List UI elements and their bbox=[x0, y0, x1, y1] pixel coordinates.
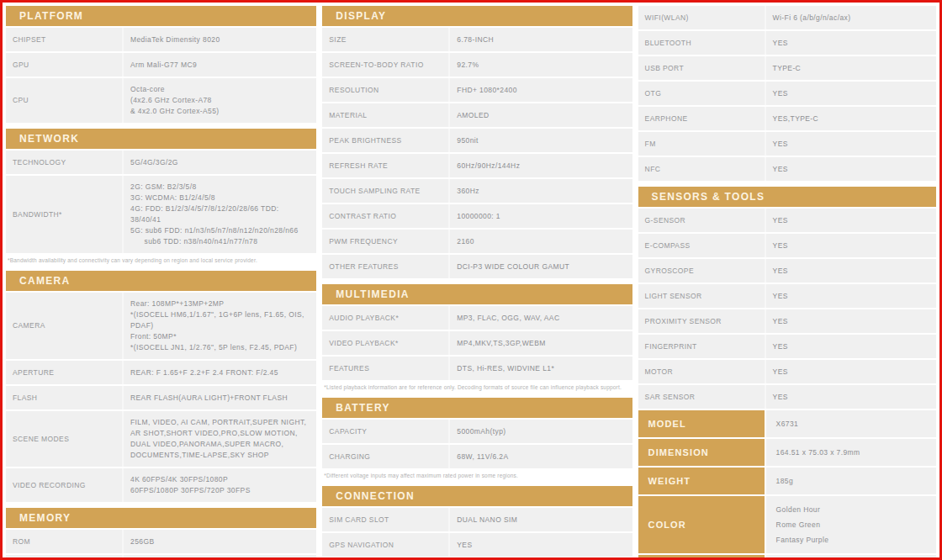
spec-row-dimension: DIMENSION164.51 x 75.03 x 7.9mm bbox=[638, 439, 936, 466]
spec-value-material: AMOLED bbox=[450, 103, 632, 127]
spec-label-gpu: GPU bbox=[6, 53, 124, 77]
spec-label-bandwidth: BANDWIDTH* bbox=[6, 176, 124, 253]
spec-value-gps-navigation: YES bbox=[450, 533, 632, 557]
spec-sheet: PLATFORMCHIPSETMediaTek Dimensity 8020GP… bbox=[0, 0, 942, 560]
spec-row-pwm-frequency: PWM FREQUENCY2160 bbox=[322, 230, 632, 253]
spec-value-otg: YES bbox=[766, 82, 936, 105]
spec-row-material: MATERIALAMOLED bbox=[322, 103, 632, 127]
spec-value-charging: 68W, 11V/6.2A bbox=[450, 445, 632, 468]
spec-value-screen-to-body-ratio: 92.7% bbox=[450, 53, 632, 77]
spec-label-color: COLOR bbox=[638, 496, 766, 553]
spec-value-features: DTS, Hi-RES, WIDVINE L1* bbox=[450, 357, 632, 380]
spec-label-camera: CAMERA bbox=[6, 293, 124, 359]
spec-row-gyroscope: GYROSCOPEYES bbox=[638, 259, 936, 283]
spec-row-gps-navigation: GPS NAVIGATIONYES bbox=[322, 533, 632, 557]
spec-value-color: Golden Hour Rome Green Fantasy Purple bbox=[766, 496, 936, 553]
spec-row-refresh-rate: REFRESH RATE60Hz/90Hz/144Hz bbox=[322, 154, 632, 177]
spec-row-scene-modes: SCENE MODESFILM, VIDEO, AI CAM, PORTRAIT… bbox=[6, 411, 316, 467]
section-footnote: *Listed playback information are for ref… bbox=[322, 382, 632, 392]
spec-label-nfc: NFC bbox=[638, 157, 766, 181]
spec-label-sim-card-slot: SIM CARD SLOT bbox=[322, 508, 450, 531]
spec-value-touch-sampling-rate: 360Hz bbox=[450, 179, 632, 203]
section-header-connection: CONNECTION bbox=[322, 486, 632, 506]
spec-label-fingerprint: FINGERPRINT bbox=[638, 335, 766, 358]
spec-row-bluetooth: BLUETOOTHYES bbox=[638, 31, 936, 55]
spec-row-otg: OTGYES bbox=[638, 82, 936, 105]
spec-value-wifi-wlan: Wi-Fi 6 (a/b/g/n/ac/ax) bbox=[766, 6, 936, 29]
spec-label-screen-to-body-ratio: SCREEN-TO-BODY RATIO bbox=[322, 53, 450, 77]
section-header-multimedia: MULTIMEDIA bbox=[322, 284, 632, 304]
spec-value-technology: 5G/4G/3G/2G bbox=[124, 151, 316, 174]
spec-value-camera: Rear: 108MP*+13MP+2MP *(ISOCELL HM6,1/1.… bbox=[124, 293, 316, 359]
spec-value-dimension: 164.51 x 75.03 x 7.9mm bbox=[766, 439, 936, 466]
spec-label-gyroscope: GYROSCOPE bbox=[638, 259, 766, 283]
spec-row-peak-brightness: PEAK BRIGHTNESS950nit bbox=[322, 129, 632, 152]
spec-value-model: X6731 bbox=[766, 410, 936, 437]
spec-row-model: MODELX6731 bbox=[638, 410, 936, 437]
spec-label-model: MODEL bbox=[638, 410, 766, 437]
spec-label-proximity-sensor: PROXIMITY SENSOR bbox=[638, 309, 766, 333]
spec-row-fm: FMYES bbox=[638, 132, 936, 156]
spec-row-contrast-ratio: CONTRAST RATIO10000000: 1 bbox=[322, 204, 632, 228]
spec-value-audio-playback: MP3, FLAC, OGG, WAV, AAC bbox=[450, 306, 632, 330]
spec-value-resolution: FHD+ 1080*2400 bbox=[450, 78, 632, 102]
spec-value-light-sensor: YES bbox=[766, 284, 936, 308]
spec-label-sar-sensor: SAR SENSOR bbox=[638, 385, 766, 409]
spec-value-refresh-rate: 60Hz/90Hz/144Hz bbox=[450, 154, 632, 177]
spec-row-wifi-wlan: WIFI(WLAN)Wi-Fi 6 (a/b/g/n/ac/ax) bbox=[638, 6, 936, 29]
section-header-network: NETWORK bbox=[6, 129, 316, 149]
section-header-platform: PLATFORM bbox=[6, 6, 316, 26]
spec-label-peak-brightness: PEAK BRIGHTNESS bbox=[322, 129, 450, 152]
spec-row-audio-playback: AUDIO PLAYBACK*MP3, FLAC, OGG, WAV, AAC bbox=[322, 306, 632, 330]
section-title: MULTIMEDIA bbox=[336, 288, 409, 300]
spec-value-ram: 12GB/8GB bbox=[124, 555, 316, 560]
spec-column-middle: DISPLAYSIZE6.78-INCHSCREEN-TO-BODY RATIO… bbox=[322, 6, 632, 554]
spec-value-capacity: 5000mAh(typ) bbox=[450, 420, 632, 443]
spec-value-usb-port: TYPE-C bbox=[766, 56, 936, 80]
section-header-camera: CAMERA bbox=[6, 271, 316, 291]
spec-row-size: SIZE6.78-INCH bbox=[322, 28, 632, 51]
spec-row-bandwidth: BANDWIDTH*2G: GSM: B2/3/5/8 3G: WCDMA: B… bbox=[6, 176, 316, 253]
spec-value-motor: YES bbox=[766, 360, 936, 383]
spec-value-operating-system: Android™ 13 bbox=[766, 555, 936, 560]
spec-row-chipset: CHIPSETMediaTek Dimensity 8020 bbox=[6, 28, 316, 51]
spec-row-other-features: OTHER FEATURESDCI-P3 WIDE COLOUR GAMUT bbox=[322, 255, 632, 278]
spec-value-e-compass: YES bbox=[766, 234, 936, 257]
spec-label-gps-navigation: GPS NAVIGATION bbox=[322, 533, 450, 557]
spec-label-fm: FM bbox=[638, 132, 766, 156]
spec-value-peak-brightness: 950nit bbox=[450, 129, 632, 152]
spec-label-otg: OTG bbox=[638, 82, 766, 105]
spec-value-g-sensor: YES bbox=[766, 209, 936, 232]
spec-row-sim-card-slot: SIM CARD SLOTDUAL NANO SIM bbox=[322, 508, 632, 531]
spec-label-video-recording: VIDEO RECORDING bbox=[6, 468, 124, 502]
spec-label-audio-playback: AUDIO PLAYBACK* bbox=[322, 306, 450, 330]
spec-value-gpu: Arm Mali-G77 MC9 bbox=[124, 53, 316, 77]
spec-label-flash: FLASH bbox=[6, 386, 124, 409]
spec-value-rom: 256GB bbox=[124, 530, 316, 553]
section-title: CONNECTION bbox=[336, 490, 415, 502]
spec-label-dimension: DIMENSION bbox=[638, 439, 766, 466]
spec-row-technology: TECHNOLOGY5G/4G/3G/2G bbox=[6, 151, 316, 174]
section-title: CAMERA bbox=[19, 275, 70, 287]
spec-label-wifi-wlan: WIFI(WLAN) bbox=[638, 6, 766, 29]
spec-row-video-playback: VIDEO PLAYBACK*MP4,MKV,TS,3GP,WEBM bbox=[322, 331, 632, 355]
section-title: NETWORK bbox=[19, 133, 79, 145]
section-header-sensors-tools: SENSORS & TOOLS bbox=[638, 187, 936, 207]
spec-row-resolution: RESOLUTIONFHD+ 1080*2400 bbox=[322, 78, 632, 102]
spec-label-usb-port: USB PORT bbox=[638, 56, 766, 80]
spec-label-light-sensor: LIGHT SENSOR bbox=[638, 284, 766, 308]
section-title: MEMORY bbox=[19, 512, 71, 524]
spec-label-technology: TECHNOLOGY bbox=[6, 151, 124, 174]
spec-value-pwm-frequency: 2160 bbox=[450, 230, 632, 253]
spec-value-video-playback: MP4,MKV,TS,3GP,WEBM bbox=[450, 331, 632, 355]
section-footnote: *Different voltage inputs may affect max… bbox=[322, 470, 632, 480]
spec-label-touch-sampling-rate: TOUCH SAMPLING RATE bbox=[322, 179, 450, 203]
spec-label-chipset: CHIPSET bbox=[6, 28, 124, 51]
section-header-display: DISPLAY bbox=[322, 6, 632, 26]
spec-value-cpu: Octa-core (4x2.6 GHz Cortex-A78 & 4x2.0 … bbox=[124, 78, 316, 123]
spec-value-fm: YES bbox=[766, 132, 936, 156]
spec-value-size: 6.78-INCH bbox=[450, 28, 632, 51]
spec-label-contrast-ratio: CONTRAST RATIO bbox=[322, 204, 450, 228]
spec-value-bandwidth: 2G: GSM: B2/3/5/8 3G: WCDMA: B1/2/4/5/8 … bbox=[124, 176, 316, 253]
spec-value-video-recording: 4K 60FPS/4K 30FPS/1080P 60FPS/1080P 30FP… bbox=[124, 468, 316, 502]
